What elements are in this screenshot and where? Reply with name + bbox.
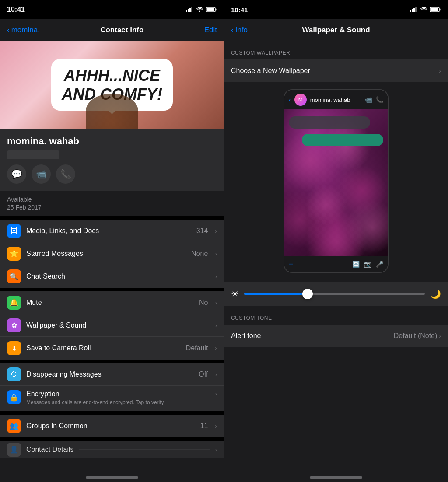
- left-wifi-icon: [196, 6, 203, 14]
- preview-avatar: M: [294, 94, 307, 106]
- contact-image: AHHH...NICE AND COMFY!: [0, 41, 224, 129]
- disappearing-messages-item[interactable]: ⏱ Disappearing Messages Off ›: [0, 363, 224, 386]
- right-bottom-indicator: [224, 473, 448, 482]
- starred-messages-item[interactable]: ⭐ Starred Messages None ›: [0, 242, 224, 265]
- mute-item[interactable]: 🔔 Mute No ›: [0, 291, 224, 314]
- mute-icon: 🔔: [7, 296, 21, 310]
- right-status-bar: 10:41: [224, 0, 448, 19]
- list-separator-5: [0, 437, 224, 441]
- media-icon: 🖼: [7, 224, 21, 238]
- preview-sticker-icon: 🔄: [352, 261, 360, 268]
- choose-wallpaper-item[interactable]: Choose a New Wallpaper ›: [224, 59, 448, 82]
- starred-icon: ⭐: [7, 247, 21, 261]
- right-time: 10:41: [231, 6, 248, 14]
- preview-flower-overlay: [284, 109, 388, 256]
- alert-tone-label: Alert tone: [231, 332, 261, 340]
- right-signal-icon: [410, 6, 418, 14]
- left-back-label: momina.: [11, 26, 40, 35]
- list-section-2: 🔔 Mute No › ✿ Wallpaper & Sound › ⬇ Save…: [0, 291, 224, 360]
- save-camera-value: Default: [186, 344, 208, 352]
- save-camera-chevron-icon: ›: [215, 345, 217, 352]
- groups-label: Groups In Common: [26, 422, 195, 430]
- preview-message-received: [289, 116, 370, 129]
- left-back-button[interactable]: ‹ momina.: [7, 26, 40, 35]
- groups-icon: 👥: [7, 419, 21, 433]
- right-back-label: Info: [235, 26, 248, 35]
- encryption-description: Messages and calls are end-to-end encryp…: [26, 399, 210, 406]
- left-back-chevron: ‹: [7, 26, 10, 35]
- right-battery-icon: [430, 6, 441, 14]
- left-nav-bar: ‹ momina. Contact Info Edit: [0, 19, 224, 41]
- svg-rect-1: [188, 9, 189, 12]
- alert-tone-item[interactable]: Alert tone Default (Note) ›: [224, 325, 448, 347]
- contact-details-item[interactable]: 👤 Contact Details ›: [0, 441, 224, 458]
- brightness-slider[interactable]: [244, 293, 425, 295]
- moon-icon: 🌙: [430, 289, 441, 299]
- right-back-button[interactable]: ‹ Info: [231, 26, 248, 35]
- list-section-4: 👥 Groups In Common 11 ›: [0, 415, 224, 437]
- save-camera-roll-item[interactable]: ⬇ Save to Camera Roll Default ›: [0, 337, 224, 360]
- chat-search-chevron-icon: ›: [215, 273, 217, 280]
- mute-value: No: [199, 299, 208, 307]
- list-separator-2: [0, 288, 224, 291]
- call-button[interactable]: 📞: [56, 164, 75, 184]
- svg-rect-5: [207, 8, 214, 11]
- save-camera-icon: ⬇: [7, 341, 21, 355]
- left-edit-button[interactable]: Edit: [204, 26, 217, 35]
- preview-mic-icon: 🎤: [376, 261, 383, 268]
- contact-actions: 💬 📹 📞: [7, 164, 217, 184]
- preview-bottom-icons: 🔄 📷 🎤: [352, 261, 383, 268]
- preview-add-icon: +: [289, 260, 294, 269]
- right-wifi-icon: [420, 6, 427, 14]
- right-nav-bar: ‹ Info Wallpaper & Sound: [224, 19, 448, 41]
- preview-camera-icon: 📷: [364, 261, 371, 268]
- svg-rect-9: [413, 8, 415, 12]
- starred-label: Starred Messages: [26, 250, 186, 258]
- list-section-3: ⏱ Disappearing Messages Off › 🔒 Encrypti…: [0, 363, 224, 411]
- message-button[interactable]: 💬: [7, 164, 26, 184]
- choose-wallpaper-label: Choose a New Wallpaper: [231, 67, 310, 75]
- svg-rect-7: [410, 10, 411, 12]
- contact-details-label: Contact Details: [26, 446, 74, 454]
- status-available-label: Available: [7, 196, 217, 203]
- groups-in-common-item[interactable]: 👥 Groups In Common 11 ›: [0, 415, 224, 437]
- svg-rect-2: [189, 8, 191, 12]
- svg-rect-0: [186, 10, 187, 12]
- left-battery-icon: [206, 6, 217, 14]
- custom-tone-header: CUSTOM TONE: [224, 306, 448, 325]
- groups-chevron-icon: ›: [215, 423, 217, 430]
- wallpaper-preview-container: ‹ M momina. wahab 📹 📞 +: [224, 82, 448, 280]
- mute-label: Mute: [26, 299, 194, 307]
- status-date: 25 Feb 2017: [7, 204, 217, 211]
- encryption-text-col: Encryption Messages and calls are end-to…: [26, 390, 210, 406]
- list-section-1: 🖼 Media, Links, and Docs 314 › ⭐ Starred…: [0, 220, 224, 288]
- custom-wallpaper-header: CUSTOM WALLPAPER: [224, 41, 448, 59]
- preview-back-icon: ‹: [289, 96, 291, 103]
- right-home-indicator: [310, 476, 362, 479]
- wallpaper-icon: ✿: [7, 318, 21, 332]
- preview-contact-name: momina. wahab: [310, 97, 361, 103]
- brightness-slider-thumb: [302, 289, 313, 299]
- left-nav-title: Contact Info: [100, 26, 144, 35]
- contact-info-section: momina. wahab 💬 📹 📞: [0, 129, 224, 191]
- media-links-docs-item[interactable]: 🖼 Media, Links, and Docs 314 ›: [0, 220, 224, 242]
- wallpaper-sound-item[interactable]: ✿ Wallpaper & Sound ›: [0, 314, 224, 337]
- groups-value: 11: [200, 422, 208, 430]
- video-button[interactable]: 📹: [32, 164, 51, 184]
- list-separator-3: [0, 360, 224, 363]
- wallpaper-preview-phone: ‹ M momina. wahab 📹 📞 +: [284, 89, 388, 273]
- right-status-icons: [410, 6, 441, 14]
- alert-tone-value: Default (Note): [394, 332, 438, 340]
- starred-chevron-icon: ›: [215, 250, 217, 257]
- alert-tone-chevron-icon: ›: [439, 332, 441, 339]
- chat-search-item[interactable]: 🔍 Chat Search ›: [0, 265, 224, 288]
- contact-details-icon: 👤: [7, 443, 21, 457]
- encryption-item[interactable]: 🔒 Encryption Messages and calls are end-…: [0, 386, 224, 411]
- preview-bottom-bar: + 🔄 📷 🎤: [284, 256, 388, 272]
- disappearing-value: Off: [199, 370, 208, 378]
- list-separator-4: [0, 411, 224, 415]
- left-bottom-indicator: [0, 473, 224, 482]
- preview-video-icon: 📹: [365, 96, 372, 103]
- alert-tone-value-row: Default (Note) ›: [394, 332, 441, 340]
- wallpaper-sound-label: Wallpaper & Sound: [26, 321, 210, 329]
